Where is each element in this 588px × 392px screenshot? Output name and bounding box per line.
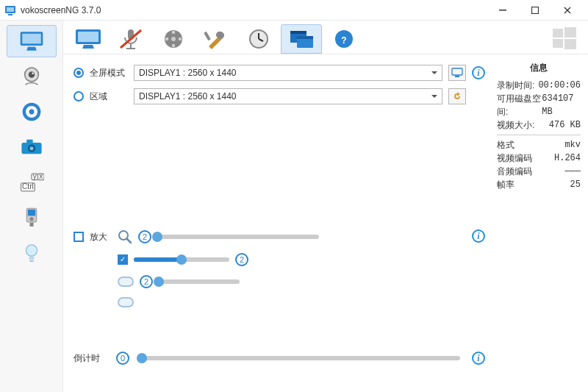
info-key: 录制时间: [497, 79, 534, 92]
tab-schedule[interactable] [238, 24, 279, 54]
reset-region-button[interactable] [448, 88, 466, 104]
sidebar-item-hotkeys[interactable]: Ctrl y x [7, 166, 57, 199]
info-title: 信息 [497, 62, 581, 74]
camera-icon [19, 136, 44, 158]
zoom-slider2[interactable] [134, 257, 229, 262]
sidebar-item-player[interactable] [7, 202, 57, 234]
svg-point-37 [172, 30, 176, 34]
countdown-slider[interactable] [137, 356, 460, 360]
svg-rect-54 [564, 39, 576, 49]
player-icon [19, 207, 44, 229]
identify-display-button[interactable] [448, 65, 466, 81]
zoom-main-row: 放大 2 [74, 229, 485, 244]
sidebar: Ctrl y x [0, 21, 63, 392]
keys-icon: Ctrl y x [19, 171, 44, 193]
countdown-label: 倒计时 [74, 352, 109, 365]
zoom-toggle[interactable] [118, 277, 134, 287]
tab-tools[interactable] [196, 24, 237, 54]
info-value: 25 [570, 178, 581, 191]
svg-point-36 [171, 37, 176, 41]
info-key: 视频编码 [497, 152, 532, 165]
info-panel: 信息 录制时间:00:00:06 可用磁盘空间:634107 MB 视频大小:4… [492, 54, 588, 392]
tab-help[interactable]: ? [323, 24, 365, 54]
undo-icon [452, 91, 462, 101]
region-display-select[interactable]: DISPLAY1 : 2560 x 1440 [134, 88, 442, 104]
sidebar-item-camera[interactable] [7, 60, 57, 93]
sidebar-item-snapshot[interactable] [7, 131, 57, 163]
svg-point-38 [172, 43, 176, 47]
zoom-sub-row: 2 [74, 253, 485, 266]
mic-muted-icon [116, 27, 146, 51]
svg-point-8 [28, 71, 35, 78]
window-controls [487, 0, 584, 21]
sidebar-item-timer[interactable] [7, 96, 57, 128]
sidebar-item-screen[interactable] [7, 25, 57, 57]
info-value: 634107 MB [542, 92, 581, 118]
svg-text:x: x [39, 172, 43, 180]
svg-rect-46 [290, 31, 306, 34]
zoom-enable-checkbox[interactable] [74, 232, 84, 242]
svg-rect-56 [455, 76, 459, 77]
svg-point-9 [32, 72, 34, 74]
zoom-toggle-2[interactable] [118, 297, 134, 307]
svg-rect-32 [130, 43, 132, 48]
svg-point-15 [29, 146, 33, 150]
reel-icon [159, 27, 188, 51]
fullscreen-display-select[interactable]: DISPLAY1 : 2560 x 1440 [134, 65, 442, 81]
info-value: mkv [564, 138, 581, 152]
info-key: 音频编码 [497, 165, 532, 178]
tab-codec[interactable] [153, 24, 194, 54]
svg-rect-52 [564, 27, 576, 38]
title-bar: vokoscreenNG 3.7.0 [0, 0, 588, 21]
tab-audio[interactable] [110, 24, 151, 54]
bulb-icon [19, 242, 44, 264]
info-icon[interactable]: i [472, 352, 485, 365]
svg-rect-25 [29, 223, 33, 227]
zoom-label: 放大 [90, 231, 112, 243]
fullscreen-row: 全屏模式 DISPLAY1 : 2560 x 1440 i [74, 65, 485, 81]
svg-text:?: ? [341, 35, 346, 46]
tab-screen[interactable] [68, 24, 109, 54]
tools-icon [201, 27, 231, 51]
svg-point-26 [26, 245, 37, 256]
zoom-slider3[interactable] [159, 279, 240, 284]
svg-rect-6 [22, 34, 41, 44]
fullscreen-label: 全屏模式 [90, 67, 128, 79]
windows-logo-icon [551, 26, 578, 52]
svg-point-39 [165, 37, 169, 40]
info-icon[interactable]: i [472, 66, 485, 79]
svg-text:Ctrl: Ctrl [21, 182, 33, 190]
info-value: H.264 [554, 152, 581, 165]
tab-bar: ? [63, 21, 588, 54]
zoom-sub-checkbox[interactable] [118, 254, 128, 265]
ring-icon [19, 101, 44, 123]
sidebar-item-hint[interactable] [7, 237, 57, 269]
info-icon[interactable]: i [472, 229, 485, 243]
tab-window[interactable] [281, 24, 322, 54]
info-key: 格式 [497, 138, 514, 152]
zoom-slider1-value: 2 [138, 230, 151, 243]
monitor-icon [74, 27, 103, 51]
window-title: vokoscreenNG 3.7.0 [21, 5, 487, 15]
svg-rect-55 [452, 68, 462, 75]
fullscreen-display-value: DISPLAY1 : 2560 x 1440 [139, 68, 237, 78]
region-radio[interactable] [74, 91, 84, 101]
maximize-button[interactable] [519, 0, 551, 21]
info-value: 476 KB [549, 118, 581, 132]
svg-point-24 [29, 217, 33, 221]
minimize-button[interactable] [487, 0, 519, 21]
monitor-icon [19, 30, 44, 52]
svg-rect-27 [29, 256, 34, 260]
monitor-small-icon [451, 68, 463, 78]
info-value: 00:00:06 [538, 79, 581, 92]
zoom-slider3-value: 2 [140, 275, 153, 288]
svg-point-40 [179, 37, 182, 40]
zoom-third-row: 2 [74, 275, 485, 288]
svg-rect-4 [532, 7, 539, 13]
close-button[interactable] [551, 0, 584, 21]
app-icon [4, 4, 16, 16]
svg-rect-13 [26, 140, 33, 143]
svg-rect-53 [553, 39, 563, 48]
zoom-slider1[interactable] [157, 235, 319, 239]
fullscreen-radio[interactable] [74, 68, 84, 78]
